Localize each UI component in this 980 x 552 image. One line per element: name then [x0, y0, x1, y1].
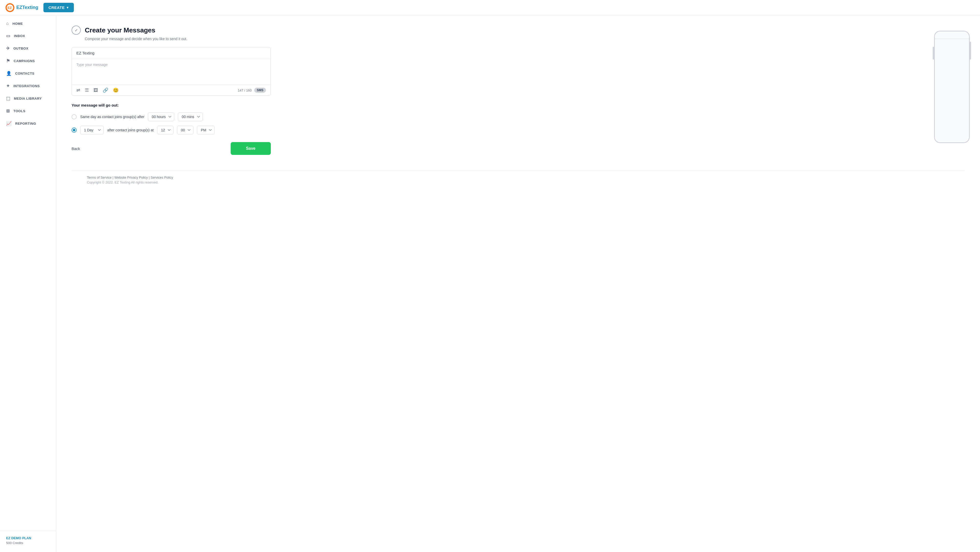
main-content: ✓ Create your Messages Compose your mess…	[56, 15, 980, 552]
section-subtitle: Compose your message and decide when you…	[85, 37, 965, 41]
sidebar-item-integrations[interactable]: ✦ INTEGRATIONS	[0, 80, 56, 92]
hours-select[interactable]: 00 hours 01 hours 02 hours 03 hours	[148, 113, 174, 121]
services-link[interactable]: Services Policy	[151, 175, 173, 180]
merge-fields-icon[interactable]: ⇌	[76, 87, 80, 93]
mins-select[interactable]: 00 mins 15 mins 30 mins 45 mins	[178, 113, 203, 121]
message-placeholder: Type your message	[76, 63, 108, 67]
message-body[interactable]: Type your message	[72, 59, 270, 84]
tools-icon: ⊞	[6, 108, 10, 114]
sidebar-item-inbox[interactable]: ▭ INBOX	[0, 30, 56, 42]
credits-label: 500 Credits	[6, 541, 50, 545]
hour-select[interactable]: 12 1234 5678 91011	[157, 126, 173, 134]
day-select[interactable]: 1 Day 2 Days 3 Days 4 Days 5 Days	[80, 126, 104, 134]
section-header: ✓ Create your Messages	[72, 25, 965, 35]
layout: ⌂ HOME ▭ INBOX ✈ OUTBOX ⚑ CAMPAIGNS 👤 CO…	[0, 15, 980, 552]
sidebar-item-home[interactable]: ⌂ HOME	[0, 17, 56, 30]
chevron-down-icon: ▾	[67, 6, 69, 10]
sidebar: ⌂ HOME ▭ INBOX ✈ OUTBOX ⚑ CAMPAIGNS 👤 CO…	[0, 15, 56, 552]
integrations-icon: ✦	[6, 83, 10, 89]
message-sender[interactable]: EZ Texting	[72, 47, 270, 59]
message-card: EZ Texting Type your message ⇌ ☰ 🖼 🔗 😊 1…	[72, 47, 271, 96]
contacts-icon: 👤	[6, 71, 12, 76]
schedule-option1-row: Same day as contact joins group(s) after…	[72, 113, 271, 121]
logo-text: EZTexting	[16, 5, 38, 10]
char-count: 147 / 160	[238, 88, 251, 92]
message-count: 147 / 160 SMS	[238, 87, 266, 93]
phone-side-right	[970, 41, 971, 60]
sidebar-item-media-library[interactable]: ⬚ MEDIA LIBRARY	[0, 92, 56, 105]
page-title: Create your Messages	[85, 26, 155, 34]
minute-select[interactable]: 00 15 30 45	[177, 126, 193, 134]
sidebar-footer: EZ DEMO PLAN 500 Credits	[0, 531, 56, 550]
plan-label: EZ DEMO PLAN	[6, 536, 50, 540]
emoji-icon[interactable]: 😊	[113, 87, 119, 93]
schedule-option2-text: after contact joins group(s) at	[107, 128, 154, 132]
message-toolbar: ⇌ ☰ 🖼 🔗 😊 147 / 160 SMS	[72, 84, 270, 95]
logo: EZ EZTexting	[5, 3, 38, 13]
home-icon: ⌂	[6, 21, 9, 26]
schedule-option2-radio[interactable]	[72, 127, 76, 133]
footer-links: Terms of Service | Website Privacy Polic…	[87, 175, 949, 180]
ampm-select[interactable]: PM AM	[197, 126, 215, 134]
image-icon[interactable]: 🖼	[94, 87, 98, 93]
sidebar-item-tools[interactable]: ⊞ TOOLS	[0, 105, 56, 117]
schedule-option1-text: Same day as contact joins group(s) after	[80, 115, 144, 119]
link-icon[interactable]: 🔗	[103, 87, 108, 93]
reporting-icon: 📈	[6, 121, 12, 126]
phone-mockup	[934, 31, 970, 143]
schedule-option1-radio[interactable]	[72, 114, 76, 119]
schedule-option2-row: 1 Day 2 Days 3 Days 4 Days 5 Days after …	[72, 126, 271, 134]
sidebar-item-contacts[interactable]: 👤 CONTACTS	[0, 67, 56, 80]
privacy-link[interactable]: Website Privacy Policy	[114, 175, 148, 180]
section-check-icon: ✓	[72, 25, 81, 35]
text-format-icon[interactable]: ☰	[85, 87, 89, 93]
phone-side-left	[933, 47, 934, 60]
sms-badge: SMS	[254, 87, 266, 93]
phone-top	[935, 32, 969, 39]
inbox-icon: ▭	[6, 33, 11, 38]
outbox-icon: ✈	[6, 46, 10, 51]
footer-copyright: Copyright © 2022. EZ Texting All rights …	[87, 180, 949, 184]
sidebar-item-campaigns[interactable]: ⚑ CAMPAIGNS	[0, 55, 56, 67]
save-button[interactable]: Save	[231, 142, 271, 155]
sidebar-item-outbox[interactable]: ✈ OUTBOX	[0, 42, 56, 55]
sidebar-item-reporting[interactable]: 📈 REPORTING	[0, 117, 56, 130]
create-button[interactable]: CREATE ▾	[43, 3, 74, 12]
terms-link[interactable]: Terms of Service	[87, 175, 111, 180]
media-library-icon: ⬚	[6, 96, 11, 101]
back-button[interactable]: Back	[72, 146, 80, 151]
header: EZ EZTexting CREATE ▾	[0, 0, 980, 15]
actions: Back Save	[72, 142, 271, 155]
footer: Terms of Service | Website Privacy Polic…	[72, 170, 965, 189]
campaigns-icon: ⚑	[6, 58, 10, 64]
svg-text:EZ: EZ	[8, 6, 12, 10]
schedule-label: Your message will go out:	[72, 103, 271, 107]
